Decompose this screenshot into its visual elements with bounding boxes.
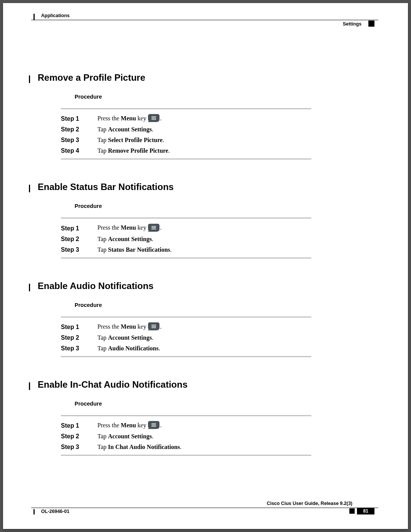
step-row: Step 2Tap Account Settings. xyxy=(61,431,312,442)
step-row: Step 1Press the Menu key . xyxy=(61,113,312,124)
procedure-label: Procedure xyxy=(75,203,333,209)
step-row: Step 2Tap Account Settings. xyxy=(61,234,312,244)
step-text: Tap Audio Notifications. xyxy=(97,343,312,354)
svg-rect-6 xyxy=(151,324,156,325)
step-number: Step 3 xyxy=(61,244,97,255)
procedure-label: Procedure xyxy=(75,302,333,308)
footer-block-icon xyxy=(349,508,355,514)
header-rule xyxy=(31,20,378,20)
change-bar xyxy=(33,509,35,514)
section-title: Enable Status Bar Notifications xyxy=(33,182,371,192)
section-title: Remove a Profile Picture xyxy=(33,72,371,83)
section: Enable In-Chat Audio NotificationsProced… xyxy=(38,379,371,456)
step-text: Tap Status Bar Notifications. xyxy=(97,244,312,255)
svg-rect-2 xyxy=(151,119,156,120)
step-row: Step 1Press the Menu key . xyxy=(61,222,312,233)
rule-top xyxy=(61,108,311,109)
rule-bottom xyxy=(61,257,311,259)
section-title: Enable In-Chat Audio Notifications xyxy=(33,379,371,390)
step-number: Step 2 xyxy=(61,234,97,244)
procedure: ProcedureStep 1Press the Menu key .Step … xyxy=(75,94,333,160)
steps-table: Step 1Press the Menu key .Step 2Tap Acco… xyxy=(61,321,312,354)
header-subsection-name: Settings xyxy=(343,21,362,27)
procedure-label: Procedure xyxy=(75,401,333,407)
rule-top xyxy=(61,316,311,318)
step-row: Step 2Tap Account Settings. xyxy=(61,124,312,135)
step-text: Press the Menu key . xyxy=(97,222,312,233)
procedure-label: Procedure xyxy=(75,94,333,100)
section: Enable Audio NotificationsProcedureStep … xyxy=(38,281,371,357)
rule-top xyxy=(61,415,311,416)
svg-rect-9 xyxy=(151,423,156,424)
step-text: Tap Remove Profile Picture. xyxy=(97,145,312,156)
step-number: Step 1 xyxy=(61,222,97,233)
footer-rule xyxy=(31,508,378,508)
header-section-name: Applications xyxy=(41,13,70,18)
step-row: Step 3Tap Status Bar Notifications. xyxy=(61,244,312,255)
step-text: Tap In Chat Audio Notifications. xyxy=(97,442,312,452)
menu-key-icon xyxy=(148,114,159,122)
step-row: Step 4Tap Remove Profile Picture. xyxy=(61,145,312,156)
svg-rect-7 xyxy=(151,326,156,327)
page-content: Remove a Profile PictureProcedureStep 1P… xyxy=(38,72,371,456)
step-row: Step 1Press the Menu key . xyxy=(61,420,312,431)
step-text: Tap Account Settings. xyxy=(97,431,312,442)
step-text: Press the Menu key . xyxy=(97,420,312,431)
svg-rect-11 xyxy=(151,426,156,427)
step-row: Step 3Tap In Chat Audio Notifications. xyxy=(61,442,312,452)
step-row: Step 2Tap Account Settings. xyxy=(61,332,312,343)
footer-page-number: 81 xyxy=(357,508,374,514)
step-text: Press the Menu key . xyxy=(97,113,312,124)
steps-table: Step 1Press the Menu key .Step 2Tap Acco… xyxy=(61,420,312,452)
change-bar xyxy=(29,75,30,83)
steps-table: Step 1Press the Menu key .Step 2Tap Acco… xyxy=(61,222,312,255)
procedure: ProcedureStep 1Press the Menu key .Step … xyxy=(75,203,333,258)
footer-doc-number: OL-26946-01 xyxy=(41,509,69,514)
step-number: Step 3 xyxy=(61,135,97,145)
step-number: Step 1 xyxy=(61,321,97,332)
step-number: Step 3 xyxy=(61,442,97,452)
svg-rect-1 xyxy=(151,118,156,118)
step-number: Step 2 xyxy=(61,431,97,442)
change-bar xyxy=(29,382,30,390)
svg-rect-5 xyxy=(151,228,156,229)
step-number: Step 4 xyxy=(61,145,97,156)
menu-key-icon xyxy=(148,421,159,429)
svg-rect-8 xyxy=(151,327,156,328)
header-block-icon xyxy=(368,21,374,27)
step-number: Step 2 xyxy=(61,124,97,135)
menu-key-icon xyxy=(148,322,159,331)
rule-bottom xyxy=(61,455,311,456)
footer-guide-title: Cisco Cius User Guide, Release 9.2(3) xyxy=(267,501,352,506)
svg-rect-0 xyxy=(151,117,156,117)
section: Remove a Profile PictureProcedureStep 1P… xyxy=(38,72,371,160)
menu-key-icon xyxy=(148,224,159,232)
step-row: Step 1Press the Menu key . xyxy=(61,321,312,332)
rule-bottom xyxy=(61,356,311,357)
step-text: Tap Select Profile Picture. xyxy=(97,135,312,145)
page-footer: Cisco Cius User Guide, Release 9.2(3) OL… xyxy=(38,502,371,518)
procedure: ProcedureStep 1Press the Menu key .Step … xyxy=(75,401,333,456)
step-text: Press the Menu key . xyxy=(97,321,312,332)
step-row: Step 3Tap Audio Notifications. xyxy=(61,343,312,354)
section: Enable Status Bar NotificationsProcedure… xyxy=(38,182,371,258)
step-number: Step 3 xyxy=(61,343,97,354)
step-text: Tap Account Settings. xyxy=(97,234,312,244)
change-bar xyxy=(29,284,30,291)
step-text: Tap Account Settings. xyxy=(97,332,312,343)
procedure: ProcedureStep 1Press the Menu key .Step … xyxy=(75,302,333,357)
document-page: Applications Settings Remove a Profile P… xyxy=(3,3,408,529)
step-text: Tap Account Settings. xyxy=(97,124,312,135)
step-row: Step 3Tap Select Profile Picture. xyxy=(61,135,312,145)
section-title: Enable Audio Notifications xyxy=(33,281,371,291)
rule-bottom xyxy=(61,158,311,160)
change-bar xyxy=(29,185,30,192)
svg-rect-4 xyxy=(151,227,156,228)
steps-table: Step 1Press the Menu key .Step 2Tap Acco… xyxy=(61,113,312,156)
rule-top xyxy=(61,217,311,219)
step-number: Step 2 xyxy=(61,332,97,343)
svg-rect-3 xyxy=(151,226,156,227)
svg-rect-10 xyxy=(151,425,156,425)
change-bar xyxy=(33,14,35,20)
step-number: Step 1 xyxy=(61,420,97,431)
